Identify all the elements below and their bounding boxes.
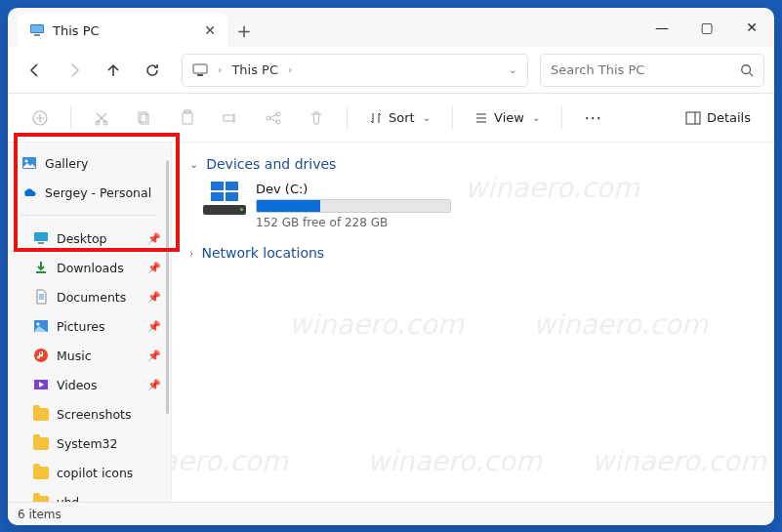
view-label: View [494, 110, 524, 125]
watermark: winaero.com [533, 308, 708, 341]
monitor-icon [192, 62, 208, 78]
sidebar-item-gallery[interactable]: Gallery [8, 148, 171, 178]
svg-rect-17 [686, 112, 700, 124]
sidebar-item-videos[interactable]: Videos 📌 [8, 370, 171, 399]
sidebar-item-system32[interactable]: System32 [8, 429, 171, 458]
sidebar-item-label: Music [57, 348, 92, 363]
sort-icon [369, 111, 383, 125]
search-box[interactable] [540, 54, 764, 87]
content-pane: winaero.com winaero.com winaero.com wina… [172, 143, 774, 502]
sidebar-item-label: Sergey - Personal [45, 185, 151, 200]
cut-icon[interactable] [83, 100, 120, 137]
new-tab-button[interactable]: + [227, 14, 261, 47]
sort-label: Sort [389, 110, 415, 125]
sidebar-item-vhd[interactable]: vhd [8, 487, 171, 502]
sidebar-item-label: Desktop [57, 231, 107, 246]
pin-icon: 📌 [147, 291, 161, 304]
watermark: winaero.com [592, 445, 766, 477]
new-item-icon[interactable] [21, 100, 59, 137]
group-network-locations[interactable]: › Network locations [189, 245, 757, 261]
close-window-button[interactable]: ✕ [729, 8, 774, 47]
maximize-button[interactable]: ▢ [684, 8, 729, 47]
svg-rect-22 [36, 271, 46, 273]
drive-icon [203, 182, 246, 217]
chevron-down-icon: ⌄ [189, 158, 198, 171]
share-icon[interactable] [255, 100, 292, 137]
chevron-down-icon: ⌄ [532, 112, 540, 123]
svg-rect-2 [34, 34, 40, 36]
svg-rect-4 [197, 74, 203, 76]
sidebar-item-copilot-icons[interactable]: copilot icons [8, 458, 171, 487]
search-input[interactable] [551, 62, 732, 77]
forward-button[interactable] [57, 53, 92, 88]
chevron-right-icon[interactable]: › [14, 187, 18, 198]
chevron-down-icon: ⌄ [423, 112, 431, 123]
documents-icon [33, 289, 49, 305]
command-bar: Sort ⌄ View ⌄ ⋯ Details [8, 94, 774, 143]
details-pane-button[interactable]: Details [676, 101, 761, 136]
navigation-pane: Gallery › Sergey - Personal Desktop 📌 Do… [8, 143, 172, 502]
address-bar[interactable]: › This PC › ⌄ [182, 54, 528, 87]
svg-rect-11 [183, 112, 192, 124]
svg-rect-1 [31, 25, 43, 32]
view-icon [474, 111, 488, 125]
drive-usage-bar [256, 199, 451, 213]
sidebar-item-onedrive[interactable]: › Sergey - Personal [8, 178, 171, 207]
details-icon [685, 111, 701, 125]
pin-icon: 📌 [147, 379, 161, 391]
videos-icon [33, 377, 49, 392]
close-tab-icon[interactable]: ✕ [204, 22, 216, 38]
sidebar-item-label: vhd [57, 495, 79, 503]
pin-icon: 📌 [147, 320, 161, 333]
this-pc-icon [29, 22, 45, 38]
drive-info: Dev (C:) 152 GB free of 228 GB [256, 182, 451, 229]
folder-icon [33, 435, 49, 451]
refresh-button[interactable] [135, 53, 170, 88]
downloads-icon [33, 260, 49, 275]
copy-icon[interactable] [126, 100, 163, 137]
address-dropdown-icon[interactable]: ⌄ [509, 63, 517, 76]
group-devices-and-drives[interactable]: ⌄ Devices and drives [189, 156, 757, 172]
sort-button[interactable]: Sort ⌄ [359, 101, 440, 136]
chevron-right-icon: › [218, 63, 222, 76]
sidebar-item-music[interactable]: Music 📌 [8, 341, 171, 370]
titlebar: This PC ✕ + — ▢ ✕ [8, 8, 774, 47]
sidebar-item-desktop[interactable]: Desktop 📌 [8, 224, 171, 253]
sidebar-item-label: Documents [57, 290, 126, 305]
search-icon[interactable] [740, 63, 754, 77]
sidebar-item-label: Pictures [57, 319, 105, 334]
sidebar-item-label: Gallery [45, 156, 89, 171]
sidebar-item-documents[interactable]: Documents 📌 [8, 282, 171, 311]
address-segment[interactable]: This PC [231, 62, 278, 77]
toolbar-separator [452, 106, 453, 130]
details-label: Details [707, 110, 751, 125]
sidebar-divider [21, 215, 157, 216]
rename-icon[interactable] [212, 100, 249, 137]
group-label: Network locations [201, 245, 324, 261]
folder-icon [33, 465, 49, 480]
drive-item[interactable]: Dev (C:) 152 GB free of 228 GB [203, 182, 757, 229]
sidebar-item-label: copilot icons [57, 466, 133, 480]
window-controls: — ▢ ✕ [639, 8, 774, 47]
watermark: winaero.com [172, 445, 288, 477]
gallery-icon [21, 155, 37, 171]
svg-point-24 [37, 323, 40, 326]
toolbar-separator [347, 106, 348, 130]
minimize-button[interactable]: — [639, 8, 684, 47]
onedrive-icon [21, 184, 37, 200]
svg-point-5 [742, 64, 751, 73]
paste-icon[interactable] [169, 100, 206, 137]
delete-icon[interactable] [298, 100, 335, 137]
up-button[interactable] [96, 53, 131, 88]
sidebar-item-pictures[interactable]: Pictures 📌 [8, 311, 171, 341]
active-tab[interactable]: This PC ✕ [18, 14, 227, 47]
back-button[interactable] [18, 53, 53, 88]
sidebar-item-downloads[interactable]: Downloads 📌 [8, 253, 171, 282]
sidebar-item-label: Videos [57, 378, 98, 392]
svg-rect-13 [224, 115, 233, 121]
svg-rect-20 [34, 232, 48, 241]
view-button[interactable]: View ⌄ [465, 101, 550, 136]
more-button[interactable]: ⋯ [574, 107, 611, 128]
sidebar-item-screenshots[interactable]: Screenshots [8, 399, 171, 429]
music-icon [33, 348, 49, 363]
